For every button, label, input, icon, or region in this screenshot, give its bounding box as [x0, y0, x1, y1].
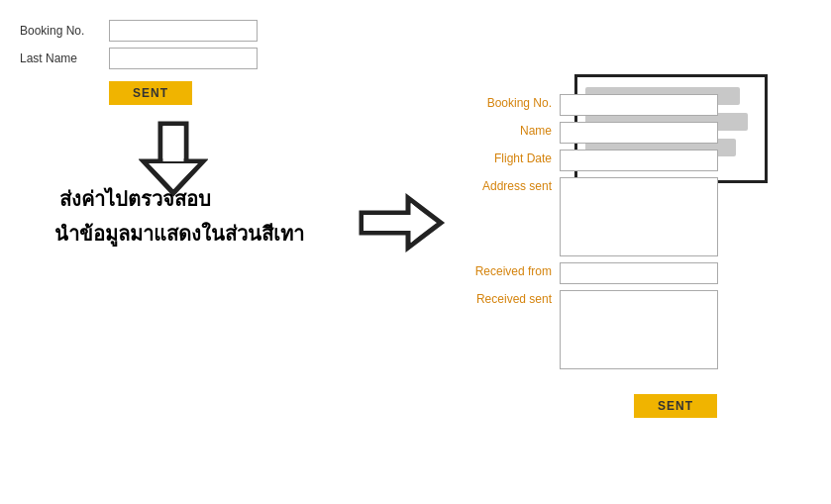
right-addresssent-row: Address sent: [461, 177, 718, 256]
thai-text-line2: นำข้อมูลมาแสดงในส่วนสีเทา: [54, 218, 304, 250]
right-addresssent-textarea[interactable]: [560, 177, 718, 256]
lastname-label: Last Name: [20, 51, 109, 65]
sent-button-left[interactable]: SENT: [109, 81, 192, 105]
arrow-right: [357, 193, 446, 252]
right-receivedfrom-input[interactable]: [560, 262, 718, 284]
right-flightdate-input[interactable]: [560, 150, 718, 171]
right-name-row: Name: [461, 122, 718, 144]
right-arrow-icon: [357, 193, 446, 252]
sent-button-right[interactable]: SENT: [634, 394, 717, 418]
lastname-row: Last Name: [20, 48, 258, 69]
booking-input[interactable]: [109, 20, 258, 42]
right-name-label: Name: [461, 122, 560, 138]
right-booking-label: Booking No.: [461, 94, 560, 110]
booking-label: Booking No.: [20, 24, 109, 38]
right-receivedfrom-row: Received from: [461, 262, 718, 284]
svg-rect-2: [163, 126, 184, 161]
right-form: Booking No. Name Flight Date Address sen…: [461, 94, 718, 375]
right-name-input[interactable]: [560, 122, 718, 144]
left-form: Booking No. Last Name SENT: [20, 20, 258, 105]
right-receivedfrom-label: Received from: [461, 262, 560, 278]
right-receivedsent-row: Received sent: [461, 290, 718, 369]
right-receivedsent-textarea[interactable]: [560, 290, 718, 369]
thai-text-line1: ส่งค่าไปตรวจสอบ: [59, 183, 211, 215]
svg-rect-6: [364, 215, 411, 231]
booking-row: Booking No.: [20, 20, 258, 42]
right-booking-row: Booking No.: [461, 94, 718, 116]
lastname-input[interactable]: [109, 48, 258, 69]
right-flightdate-row: Flight Date: [461, 150, 718, 171]
right-booking-input[interactable]: [560, 94, 718, 116]
right-receivedsent-label: Received sent: [461, 290, 560, 306]
right-addresssent-label: Address sent: [461, 177, 560, 193]
right-flightdate-label: Flight Date: [461, 150, 560, 165]
